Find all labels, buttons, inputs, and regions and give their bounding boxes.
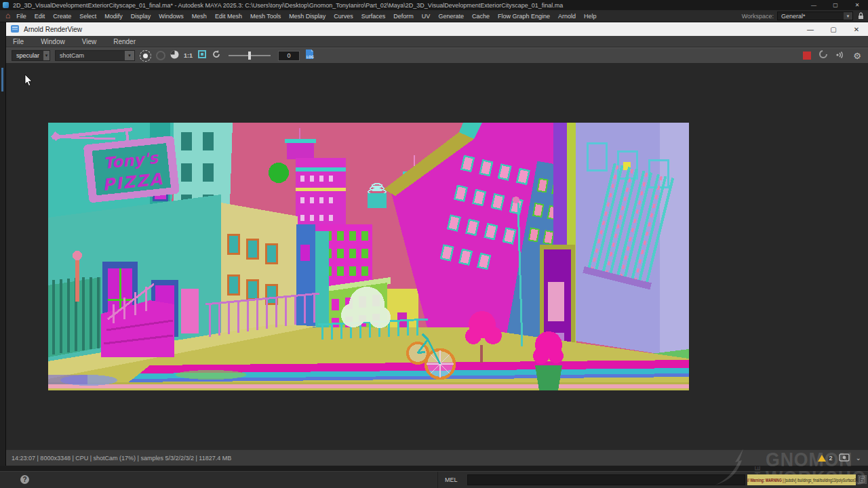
renderview-title: Arnold RenderView	[24, 26, 82, 33]
lock-icon[interactable]	[858, 10, 864, 22]
maya-window-title: 2D_3D_VisualDevelopmentExteriorCityscape…	[13, 2, 563, 9]
render-image: Tony's PIZZA	[48, 123, 689, 390]
mel-label: MEL	[445, 476, 458, 483]
help-icon[interactable]: ?	[20, 475, 29, 484]
home-icon[interactable]: ⌂	[5, 11, 10, 20]
chevron-down-icon[interactable]: ⌄	[856, 454, 861, 462]
zoom-ratio-label[interactable]: 1:1	[184, 52, 193, 59]
menu-edit-mesh[interactable]: Edit Mesh	[211, 13, 246, 20]
renderview-menubar: File Window View Render	[6, 36, 868, 47]
renderview-statusbar: 14:23:07 | 8000x3348 | CPU | shotCam (17…	[6, 449, 868, 466]
maya-bottom-gap	[0, 466, 868, 471]
menu-mesh[interactable]: Mesh	[188, 13, 211, 20]
maya-application: 2D_3D_VisualDevelopmentExteriorCityscape…	[0, 0, 868, 488]
workspace-value: General*	[778, 13, 844, 20]
aov-value: specular	[12, 51, 43, 60]
menu-display[interactable]: Display	[127, 13, 155, 20]
arnold-renderview-window: Arnold RenderView — ▢ ✕ File Window View…	[5, 22, 868, 466]
menu-create[interactable]: Create	[49, 13, 75, 20]
chevron-down-icon: ▼	[43, 51, 50, 60]
maya-side-strip	[0, 22, 5, 468]
menu-cache[interactable]: Cache	[468, 13, 494, 20]
mouse-cursor	[24, 75, 33, 86]
snapshot-image-icon[interactable]	[839, 452, 850, 464]
slider-handle[interactable]	[248, 52, 251, 60]
menu-uv[interactable]: UV	[418, 13, 435, 20]
mel-input[interactable]	[467, 474, 745, 485]
maya-titlebar: 2D_3D_VisualDevelopmentExteriorCityscape…	[0, 0, 868, 10]
warning-triangle-icon[interactable]	[818, 455, 826, 462]
workspace-label: Workspace:	[742, 13, 774, 20]
menu-flow-graph-engine[interactable]: Flow Graph Engine	[494, 13, 554, 20]
command-output-warning[interactable]: // Warning: WARNING | [subdiv] /building…	[747, 474, 856, 485]
minimize-button[interactable]: —	[803, 0, 825, 10]
exposure-field[interactable]: 0	[278, 51, 300, 61]
renderview-toolbar: specular ▼ shotCam ▼ 1:1 0 LOG	[6, 47, 868, 64]
maya-app-icon	[3, 2, 9, 8]
exposure-slider[interactable]	[229, 55, 271, 56]
side-scrollbar-accent[interactable]	[1, 68, 3, 92]
renderview-titlebar[interactable]: Arnold RenderView — ▢ ✕	[6, 22, 868, 36]
maya-menubar: ⌂ File Edit Create Select Modify Display…	[0, 10, 868, 22]
render-viewport[interactable]: Tony's PIZZA	[6, 64, 868, 449]
log-icon[interactable]: LOG	[304, 49, 315, 62]
menu-arnold[interactable]: Arnold	[554, 13, 580, 20]
maya-command-line: ? MEL // Warning: WARNING | [subdiv] /bu…	[0, 471, 868, 488]
renderview-close-button[interactable]: ✕	[845, 22, 868, 36]
menu-select[interactable]: Select	[75, 13, 100, 20]
divider	[437, 472, 438, 488]
maximize-button[interactable]: ▢	[825, 0, 846, 10]
refresh-icon[interactable]	[212, 49, 221, 62]
menu-curves[interactable]: Curves	[330, 13, 357, 20]
rv-menu-view[interactable]: View	[82, 38, 97, 45]
script-editor-icon[interactable]	[858, 475, 867, 484]
menu-surfaces[interactable]: Surfaces	[357, 13, 390, 20]
render-status-text: 14:23:07 | 8000x3348 | CPU | shotCam (17…	[12, 455, 231, 462]
camera-dropdown[interactable]: shotCam ▼	[55, 50, 135, 61]
svg-text:LOG: LOG	[307, 55, 314, 59]
loop-icon[interactable]	[818, 49, 828, 62]
gear-icon[interactable]: ⚙	[853, 52, 861, 60]
rv-menu-file[interactable]: File	[13, 38, 24, 45]
notifications-icon[interactable]	[835, 49, 846, 62]
warning-path: [subdiv] /buildings_final/building13/pol…	[785, 477, 856, 483]
menu-deform[interactable]: Deform	[389, 13, 418, 20]
aov-dropdown[interactable]: specular ▼	[12, 50, 50, 61]
renderview-window-icon	[11, 23, 19, 35]
menu-windows[interactable]: Windows	[155, 13, 188, 20]
close-button[interactable]: ✕	[846, 0, 868, 10]
warning-prefix: // Warning: WARNING |	[747, 477, 785, 483]
menu-mesh-display[interactable]: Mesh Display	[285, 13, 330, 20]
menu-edit[interactable]: Edit	[31, 13, 50, 20]
camera-value: shotCam	[56, 51, 125, 60]
workspace-dropdown[interactable]: General* ▼	[777, 12, 853, 20]
display-channel-icon[interactable]	[170, 49, 179, 62]
menu-file[interactable]: File	[12, 13, 31, 20]
renderview-maximize-button[interactable]: ▢	[822, 22, 845, 36]
stop-render-button[interactable]	[803, 52, 811, 60]
menu-help[interactable]: Help	[580, 13, 601, 20]
menu-modify[interactable]: Modify	[100, 13, 127, 20]
snapshot-icon[interactable]	[156, 51, 165, 60]
menu-mesh-tools[interactable]: Mesh Tools	[246, 13, 285, 20]
menu-generate[interactable]: Generate	[434, 13, 468, 20]
warning-count: 2	[829, 455, 833, 462]
region-marquee-icon[interactable]	[197, 49, 207, 62]
chevron-down-icon: ▼	[125, 51, 134, 60]
chevron-down-icon: ▼	[844, 12, 852, 20]
renderview-minimize-button[interactable]: —	[799, 22, 822, 36]
start-ipr-button[interactable]	[140, 50, 151, 62]
rv-menu-render[interactable]: Render	[113, 38, 136, 45]
rv-menu-window[interactable]: Window	[41, 38, 65, 45]
